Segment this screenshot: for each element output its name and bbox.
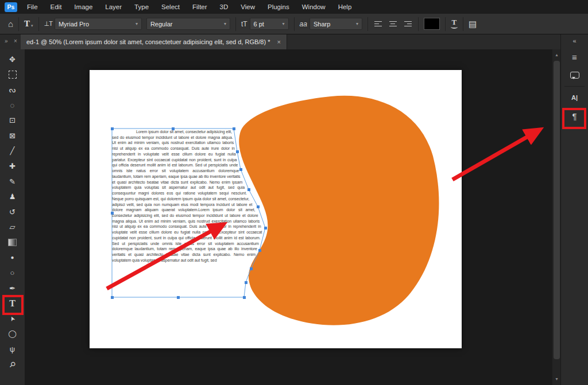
frame-tool[interactable]: ⊠	[0, 128, 25, 143]
menu-items: FileEditImageLayerTypeSelectFilter3DView…	[21, 0, 358, 14]
type-tool[interactable]: T	[0, 296, 25, 312]
pen-tool[interactable]: ✒	[0, 281, 25, 296]
selection-handle[interactable]	[172, 127, 175, 130]
brush-tool[interactable]: ✎	[0, 174, 25, 189]
toggle-panels-icon[interactable]: ▤	[469, 19, 477, 29]
selection-handle[interactable]	[111, 296, 114, 299]
document-page[interactable]: Lorem ipsum dolor sit amet, consectetur …	[90, 70, 462, 348]
quick-selection-tool[interactable]: ◌	[0, 98, 25, 113]
menu-3d[interactable]: 3D	[214, 3, 235, 10]
selection-handle[interactable]	[239, 168, 242, 171]
tab-close-icon[interactable]: ×	[277, 38, 280, 45]
menu-type[interactable]: Type	[128, 3, 155, 10]
selection-handle[interactable]	[236, 150, 239, 153]
warp-text-icon: T	[452, 19, 457, 25]
document-tab-bar: » × ed-1 @ 50% (Lorem ipsum dolor sit am…	[0, 34, 588, 49]
photoshop-logo-icon[interactable]: Ps	[5, 2, 17, 12]
selection-handle[interactable]	[257, 205, 260, 208]
menu-view[interactable]: View	[234, 3, 261, 10]
menu-edit[interactable]: Edit	[44, 3, 68, 10]
eyedropper-tool[interactable]: ╱	[0, 143, 25, 159]
divider	[368, 17, 368, 31]
hand-tool[interactable]: ψ	[0, 341, 25, 357]
move-tool[interactable]: ✥	[0, 52, 25, 67]
crop-tool[interactable]: ⊡	[0, 112, 25, 128]
tool-preset-picker[interactable]: T ▾	[24, 19, 33, 29]
eraser-tool-icon: ▱	[10, 223, 16, 231]
menu-file[interactable]: File	[21, 3, 44, 10]
move-tool-icon: ✥	[9, 56, 16, 63]
font-style-select[interactable]: Regular	[146, 18, 230, 30]
menu-image[interactable]: Image	[68, 3, 99, 10]
options-bar: ⌂ T ▾ ⊥T Myriad Pro Regular tT 6 pt aa S…	[0, 14, 588, 34]
gradient-tool-icon	[8, 239, 17, 246]
selection-handle[interactable]	[111, 212, 114, 215]
selection-handle[interactable]	[243, 296, 246, 299]
clone-stamp-tool-icon: ♟	[9, 193, 16, 200]
close-icon[interactable]: ×	[14, 38, 17, 44]
healing-brush-tool[interactable]: ✚	[0, 158, 25, 174]
lasso-tool[interactable]: ᔓ	[0, 82, 25, 98]
menu-select[interactable]: Select	[155, 3, 186, 10]
menu-bar: Ps FileEditImageLayerTypeSelectFilter3DV…	[0, 0, 588, 14]
align-right-button[interactable]	[402, 19, 413, 29]
menu-window[interactable]: Window	[296, 3, 332, 10]
dodge-tool[interactable]: ○	[0, 265, 25, 281]
toggle-text-orientation-icon[interactable]: ⊥T	[44, 20, 52, 28]
selection-handle[interactable]	[177, 296, 180, 299]
chevron-down-icon: ▾	[31, 24, 33, 28]
ellipse-tool[interactable]: ◯	[0, 326, 25, 342]
blur-tool[interactable]: ●	[0, 250, 25, 266]
document-tab-title: ed-1 @ 50% (Lorem ipsum dolor sit amet, …	[26, 38, 270, 45]
history-brush-tool[interactable]: ↺	[0, 204, 25, 220]
align-left-button[interactable]	[373, 19, 384, 29]
scroll-up-icon[interactable]: ▴	[552, 52, 561, 59]
zoom-tool[interactable]: ⚲	[0, 357, 25, 372]
selection-handle[interactable]	[264, 227, 267, 230]
expand-panels-icon[interactable]: «	[561, 34, 588, 47]
scrollbar-thumb[interactable]	[554, 61, 560, 359]
vertical-scrollbar[interactable]: ▴ ▾	[552, 49, 561, 385]
clone-stamp-tool[interactable]: ♟	[0, 189, 25, 204]
align-center-button[interactable]	[388, 19, 399, 29]
selection-handle[interactable]	[250, 267, 253, 270]
menu-help[interactable]: Help	[332, 3, 358, 10]
document-tab[interactable]: ed-1 @ 50% (Lorem ipsum dolor sit amet, …	[21, 34, 287, 49]
properties-panel-button[interactable]: ≡	[566, 48, 584, 65]
canvas-area[interactable]: Lorem ipsum dolor sit amet, consectetur …	[25, 49, 552, 385]
comments-panel-button[interactable]	[566, 67, 584, 84]
selection-handle[interactable]	[245, 281, 247, 284]
anti-alias-select[interactable]: Sharp	[310, 18, 362, 30]
warp-text-button[interactable]: T	[451, 19, 458, 29]
paragraph-panel-button[interactable]: ¶	[566, 107, 584, 125]
anti-alias-value: Sharp	[314, 21, 330, 28]
divider	[294, 17, 295, 31]
menu-filter[interactable]: Filter	[186, 3, 214, 10]
selection-handle[interactable]	[233, 127, 235, 130]
menu-layer[interactable]: Layer	[99, 3, 128, 10]
eraser-tool[interactable]: ▱	[0, 220, 25, 235]
path-selection-tool-icon: ➤	[9, 315, 17, 322]
orange-blob-shape[interactable]	[239, 96, 439, 325]
history-brush-tool-icon: ↺	[9, 208, 16, 216]
character-panel-button[interactable]: A|	[566, 89, 584, 106]
text-color-swatch[interactable]	[424, 18, 440, 30]
divider	[564, 86, 585, 87]
font-family-select[interactable]: Myriad Pro	[55, 18, 142, 30]
home-icon[interactable]: ⌂	[8, 19, 13, 29]
selection-handle[interactable]	[258, 249, 261, 252]
menu-plugins[interactable]: Plugins	[261, 3, 296, 10]
font-size-select[interactable]: 6 pt	[250, 18, 289, 30]
double-chevron-icon[interactable]: »	[5, 38, 8, 44]
pen-tool-icon: ✒	[9, 285, 16, 292]
properties-panel-icon: ≡	[572, 52, 577, 62]
text-frame[interactable]: Lorem ipsum dolor sit amet, consectetur …	[112, 129, 266, 297]
selection-handle[interactable]	[111, 127, 114, 130]
path-selection-tool[interactable]: ➤	[0, 311, 25, 326]
rectangular-marquee-tool[interactable]	[0, 67, 25, 83]
scroll-down-icon[interactable]: ▾	[552, 376, 561, 383]
type-tool-icon: T	[9, 299, 16, 308]
gradient-tool[interactable]	[0, 235, 25, 250]
rectangular-marquee-tool-icon	[9, 71, 17, 79]
selection-handle[interactable]	[247, 188, 250, 191]
